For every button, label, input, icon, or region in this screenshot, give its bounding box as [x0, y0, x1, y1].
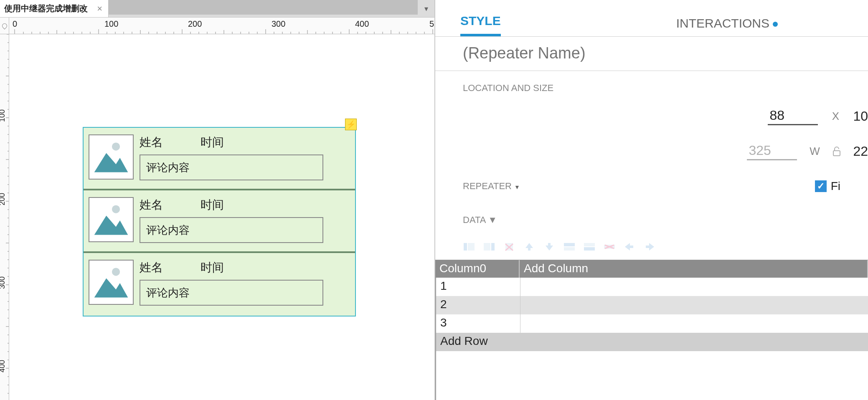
- svg-text:400: 400: [0, 360, 6, 372]
- delete-column-icon[interactable]: [503, 241, 515, 252]
- name-label[interactable]: 姓名: [140, 260, 163, 276]
- ruler-vertical: 100 200 300 400: [0, 34, 9, 400]
- design-canvas[interactable]: ⚡ 姓名 时间 评论内容 姓名: [9, 34, 434, 400]
- svg-marker-133: [625, 243, 630, 251]
- repeater-widget[interactable]: ⚡ 姓名 时间 评论内容 姓名: [83, 127, 356, 316]
- x-input[interactable]: [768, 107, 818, 125]
- svg-rect-114: [833, 151, 840, 156]
- comment-content-box[interactable]: 评论内容: [140, 217, 323, 243]
- repeater-row-content: 姓名 时间 评论内容: [140, 257, 350, 306]
- y-input-cutoff[interactable]: 10: [853, 109, 868, 124]
- svg-text:100: 100: [104, 19, 118, 28]
- image-placeholder-icon[interactable]: [89, 197, 134, 242]
- tab-interactions-label: INTERACTIONS: [676, 16, 769, 30]
- x-label: X: [830, 110, 841, 123]
- move-left-icon[interactable]: [623, 241, 636, 252]
- chevron-down-icon: ▼: [485, 215, 497, 225]
- fit-checkbox[interactable]: ✓ Fi: [815, 180, 840, 193]
- w-input[interactable]: [747, 142, 797, 160]
- svg-text:100: 100: [0, 109, 6, 122]
- page-tab-title: 使用中继器完成增删改: [4, 3, 88, 14]
- data-table: Column0 Add Column 1 2 3 Add Row: [435, 260, 868, 400]
- table-cell[interactable]: [520, 278, 868, 296]
- table-cell[interactable]: 3: [436, 314, 520, 333]
- delete-row-icon[interactable]: [603, 241, 616, 252]
- name-label[interactable]: 姓名: [140, 134, 163, 150]
- svg-rect-128: [584, 243, 595, 246]
- svg-rect-117: [484, 243, 490, 251]
- add-row-button[interactable]: Add Row: [435, 333, 868, 351]
- repeater-row[interactable]: 姓名 时间 评论内容: [84, 190, 355, 253]
- repeater-row[interactable]: 姓名 时间 评论内容: [84, 128, 355, 190]
- add-column-header[interactable]: Add Column: [520, 260, 868, 278]
- svg-rect-134: [630, 246, 633, 248]
- svg-text:300: 300: [272, 19, 285, 28]
- time-label[interactable]: 时间: [201, 197, 224, 213]
- table-cell[interactable]: 2: [436, 296, 520, 314]
- time-label[interactable]: 时间: [201, 260, 224, 276]
- location-size-title: LOCATION AND SIZE: [435, 71, 868, 94]
- time-label[interactable]: 时间: [201, 134, 224, 150]
- svg-marker-124: [546, 246, 553, 251]
- table-empty-area[interactable]: [435, 351, 868, 400]
- chevron-down-icon: ▼: [514, 184, 520, 190]
- svg-marker-135: [649, 243, 654, 251]
- data-section-title: DATA: [463, 215, 485, 225]
- lock-icon[interactable]: [832, 146, 841, 157]
- tabs-spacer: [109, 0, 418, 17]
- table-row[interactable]: 3: [435, 314, 868, 333]
- tabs-dropdown-icon[interactable]: ▾: [418, 0, 434, 17]
- add-row-below-icon[interactable]: [583, 241, 596, 252]
- page-tabs: 使用中继器完成增删改 × ▾: [0, 0, 434, 18]
- svg-rect-123: [528, 248, 530, 251]
- column-header[interactable]: Column0: [435, 260, 520, 278]
- h-input-cutoff[interactable]: 22: [853, 144, 868, 159]
- add-row-above-icon[interactable]: [563, 241, 576, 252]
- svg-rect-115: [464, 243, 467, 251]
- ruler-origin-icon[interactable]: [0, 18, 9, 34]
- ruler-horizontal: 0 100 200 300 400 5: [0, 18, 434, 34]
- tab-interactions[interactable]: INTERACTIONS: [676, 16, 778, 36]
- widget-name-input[interactable]: [463, 44, 827, 62]
- table-cell[interactable]: 1: [436, 278, 520, 296]
- comment-content-box[interactable]: 评论内容: [140, 280, 323, 306]
- svg-rect-129: [584, 247, 595, 251]
- tab-style[interactable]: STYLE: [460, 14, 501, 36]
- comment-content-box[interactable]: 评论内容: [140, 154, 323, 180]
- table-row[interactable]: 1: [435, 278, 868, 296]
- table-cell[interactable]: [520, 314, 868, 333]
- svg-text:400: 400: [355, 19, 369, 28]
- fit-label-cutoff: Fi: [831, 180, 840, 193]
- svg-text:200: 200: [0, 193, 6, 205]
- add-column-left-icon[interactable]: [463, 241, 475, 252]
- svg-rect-116: [468, 243, 475, 251]
- move-down-icon[interactable]: [543, 241, 556, 252]
- inspector-panel: STYLE INTERACTIONS LOCATION AND SIZE X 1…: [435, 0, 868, 400]
- move-up-icon[interactable]: [523, 241, 536, 252]
- table-row[interactable]: 2: [435, 296, 868, 314]
- svg-rect-118: [491, 243, 495, 251]
- name-label[interactable]: 姓名: [140, 197, 163, 213]
- image-placeholder-icon[interactable]: [89, 260, 134, 305]
- svg-text:300: 300: [0, 276, 6, 289]
- interaction-badge-icon[interactable]: ⚡: [345, 119, 357, 130]
- table-cell[interactable]: [520, 296, 868, 314]
- data-section-header[interactable]: DATA ▼: [435, 193, 868, 225]
- move-right-icon[interactable]: [643, 241, 656, 252]
- repeater-row[interactable]: 姓名 时间 评论内容: [84, 253, 355, 316]
- repeater-section-header[interactable]: REPEATER▼ ✓ Fi: [435, 165, 868, 193]
- page-tab-active[interactable]: 使用中继器完成增删改 ×: [0, 0, 109, 17]
- checkbox-checked-icon: ✓: [815, 180, 827, 192]
- image-placeholder-icon[interactable]: [89, 134, 134, 180]
- w-label: W: [809, 145, 820, 158]
- table-head: Column0 Add Column: [435, 260, 868, 278]
- repeater-row-content: 姓名 时间 评论内容: [140, 132, 350, 180]
- location-size-section: X 10 W 22: [435, 94, 868, 165]
- svg-rect-126: [564, 243, 575, 246]
- svg-point-110: [112, 205, 120, 213]
- widget-name-field[interactable]: [435, 37, 868, 71]
- close-icon[interactable]: ×: [97, 3, 102, 14]
- add-column-right-icon[interactable]: [483, 241, 495, 252]
- interactions-dot-icon: [773, 22, 778, 27]
- inspector-tabs: STYLE INTERACTIONS: [435, 0, 868, 37]
